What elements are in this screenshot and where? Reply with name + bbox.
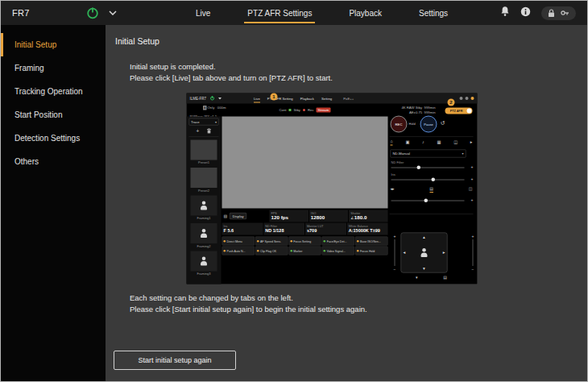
speed-icon[interactable]: ▾ <box>416 276 418 281</box>
tab-live[interactable]: Live <box>194 1 212 25</box>
nd-filter-param[interactable]: ND Filter ND 1/128 <box>263 223 304 235</box>
pan-tilt-icon[interactable]: ▤ <box>429 187 433 193</box>
grid-icon[interactable]: ▦ <box>437 139 441 145</box>
notification-bell-icon[interactable] <box>500 6 510 20</box>
image-icon[interactable]: ▣ <box>405 139 409 145</box>
nd-mode-dropdown[interactable]: ND-Manual ▾ <box>391 150 466 158</box>
iris-slider[interactable] <box>391 180 465 181</box>
assign-button-focus-setting[interactable]: Focus Setting <box>288 237 321 246</box>
person-icon <box>420 248 428 257</box>
chevron-down-icon[interactable] <box>109 10 117 15</box>
zoom-rocker[interactable]: +− <box>392 235 398 272</box>
menu-icon[interactable]: ▤ <box>443 276 447 281</box>
assign-button-direct-menu[interactable]: Direct Menu <box>222 237 255 246</box>
monitor-lut-param[interactable]: Monitor LUT s709 <box>305 223 346 235</box>
framing2-thumbnail[interactable] <box>191 223 217 243</box>
rec-indicator <box>303 109 305 111</box>
slider-knob[interactable] <box>432 178 436 182</box>
mini-lock-icon <box>471 97 474 100</box>
pan-arrows-icon[interactable]: ◂▸ <box>391 187 395 193</box>
reset-icon[interactable]: ↺ <box>441 120 445 127</box>
chevron-right-icon[interactable]: ▸ <box>470 139 473 145</box>
white-balance-value: A:15000K T±99 <box>349 228 387 234</box>
arrow-down-icon[interactable]: ▾ <box>423 267 425 272</box>
assign-indicator <box>257 240 259 243</box>
assign-button-face-eye-det[interactable]: Face/Eye Det... <box>322 237 354 246</box>
tab-playback[interactable]: Playback <box>347 1 383 25</box>
mini-tab-live[interactable]: Live <box>254 93 260 104</box>
mini-right-panel: REC Hold Pause ↺ ⌂ ▣ ♪ ▦ ◫ ▸ ND-Manual <box>390 116 476 283</box>
preset1-thumbnail[interactable] <box>191 140 217 160</box>
sidebar-item-detection-settings[interactable]: Detection Settings <box>1 127 106 150</box>
framing1-label: Framing1 <box>187 217 222 221</box>
iris-param[interactable]: Iris F 5.6 <box>222 223 263 235</box>
assign-button-af-speed-sens[interactable]: AF Speed Sens. <box>255 237 288 246</box>
white-balance-param[interactable]: White Balance A:15000K T±99 <box>347 223 388 235</box>
nd-filter-slider[interactable] <box>391 168 465 168</box>
tab-settings[interactable]: Settings <box>417 1 449 25</box>
plus-icon: + <box>394 235 396 239</box>
assign-button-push-auto-nd[interactable]: Push Auto N... <box>222 247 255 255</box>
trace-dropdown[interactable]: Trace ▾ <box>189 118 219 126</box>
mini-poe-status: PoE++ <box>343 97 354 101</box>
sidebar-item-initial-setup[interactable]: Initial Setup <box>1 33 106 56</box>
mini-tab-setting[interactable]: Setting <box>321 93 332 104</box>
minus-icon: − <box>472 267 474 272</box>
iris-value: F 5.6 <box>224 228 262 234</box>
audio-icon[interactable]: ♪ <box>422 139 424 145</box>
assign-button-focus-hold[interactable]: Focus Hold <box>355 247 387 255</box>
mini-pause-button[interactable]: Pause <box>420 116 437 133</box>
plus-icon[interactable]: + <box>471 198 474 203</box>
display-button[interactable]: Display <box>230 213 246 219</box>
start-initial-setup-again-button[interactable]: Start initial setup again <box>114 351 236 370</box>
home-icon[interactable]: ⌂ <box>391 139 393 146</box>
framing1-thumbnail[interactable] <box>191 196 217 216</box>
iso-value: 12800 <box>311 215 346 221</box>
ptz-afr-toggle[interactable]: PTZ AFR <box>445 108 473 114</box>
framing3-thumbnail[interactable] <box>191 251 217 272</box>
camera-params-row2: Iris F 5.6 ND Filter ND 1/128 Monitor LU… <box>222 223 388 235</box>
mini-tabs: Live PTZ AFR Setting Playback Setting <box>254 93 332 104</box>
arrow-right-icon[interactable]: ▸ <box>443 251 445 255</box>
tab-ptz-afr-settings[interactable]: PTZ AFR Settings <box>246 1 313 25</box>
info-icon[interactable] <box>520 6 531 20</box>
chevron-down-icon: ▾ <box>462 152 463 156</box>
fps-param[interactable]: FPS 120 fps <box>270 210 308 222</box>
preset2-thumbnail[interactable] <box>191 168 217 188</box>
arrow-up-icon[interactable]: ▴ <box>423 235 425 239</box>
trash-icon[interactable] <box>206 128 211 134</box>
assign-button-video-signal[interactable]: Video Signal... <box>322 247 354 255</box>
sidebar-item-framing[interactable]: Framing <box>1 56 106 80</box>
mini-format-status: 4K RAW Stby 999min AE±0.75 999min <box>401 106 435 114</box>
arrow-left-icon[interactable]: ◂ <box>404 251 406 255</box>
assign-button-base-iso[interactable]: Base ISO/Sen... <box>355 237 387 246</box>
focus-rocker[interactable]: +− <box>470 235 476 272</box>
plus-icon[interactable]: + <box>471 177 474 182</box>
power-button[interactable] <box>86 6 99 19</box>
pause-button-label: Pause <box>424 122 433 127</box>
assign-indicator <box>224 240 226 243</box>
slider-knob[interactable] <box>424 199 428 203</box>
zoom-level-slider[interactable] <box>391 201 465 201</box>
slider-knob[interactable] <box>416 166 420 170</box>
plus-icon[interactable]: + <box>471 165 474 170</box>
sidebar-item-others[interactable]: Others <box>1 150 106 173</box>
mini-rec-button[interactable]: REC <box>391 116 408 133</box>
iso-param[interactable]: ISO 12800 <box>309 210 348 222</box>
sidebar-item-tracking-operation[interactable]: Tracking Operation <box>1 80 106 103</box>
ptz-joystick[interactable]: ▴ ▾ ◂ ▸ <box>401 233 448 273</box>
plus-icon: + <box>472 235 474 239</box>
add-icon[interactable]: + <box>197 128 200 135</box>
outro-line-2: Please click [Start initial setup again]… <box>130 304 367 315</box>
shutter-param[interactable]: Shutter ∠180.0 <box>349 210 387 222</box>
assign-button-clip-flag-ok[interactable]: Clip Flag OK <box>255 247 288 255</box>
frame-icon[interactable]: ◫ <box>469 187 473 193</box>
assign-button-marker[interactable]: Marker <box>288 247 321 255</box>
preset2-label: Preset2 <box>187 189 222 193</box>
sidebar-item-start-position[interactable]: Start Position <box>1 103 106 127</box>
shutter-value: 180.0 <box>354 214 367 220</box>
panel-icon[interactable]: ◫ <box>453 139 458 145</box>
preset1-label: Preset1 <box>187 161 222 165</box>
security-status-pill[interactable] <box>541 6 576 20</box>
mini-tab-playback[interactable]: Playback <box>300 93 314 104</box>
